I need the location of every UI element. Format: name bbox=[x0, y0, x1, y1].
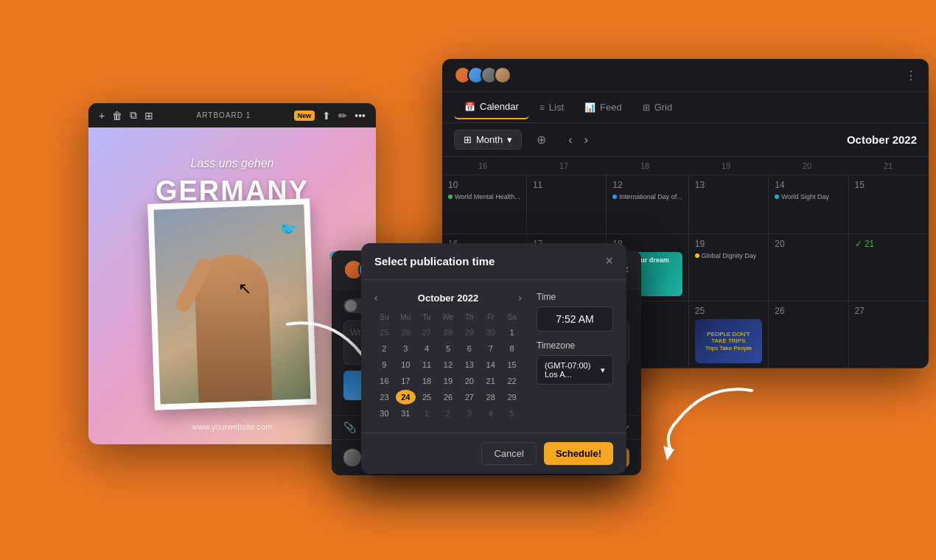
modal-title: Select publication time bbox=[374, 255, 495, 267]
artboard-text-top: Lass uns gehen bbox=[191, 157, 274, 170]
modal-day-29-prev[interactable]: 29 bbox=[459, 325, 479, 340]
calendar-day-headers: 16 17 18 19 20 21 bbox=[442, 157, 929, 175]
modal-day-8[interactable]: 8 bbox=[502, 341, 522, 356]
cal-cell-12[interactable]: 12 International Day of... bbox=[607, 175, 689, 234]
modal-day-3-next[interactable]: 3 bbox=[459, 406, 479, 421]
brush-icon[interactable]: ✏ bbox=[338, 110, 347, 122]
modal-day-2[interactable]: 2 bbox=[374, 341, 394, 356]
modal-day-29[interactable]: 29 bbox=[502, 390, 522, 405]
modal-day-28-prev[interactable]: 28 bbox=[439, 325, 458, 340]
footer-avatar bbox=[343, 449, 361, 466]
modal-day-13[interactable]: 13 bbox=[459, 357, 479, 372]
timezone-field: Timezone (GMT-07:00) Los A... ▾ bbox=[537, 340, 613, 385]
copy-icon[interactable]: ⧉ bbox=[130, 109, 137, 122]
modal-day-18[interactable]: 18 bbox=[417, 374, 437, 388]
grid-icon[interactable]: ⊞ bbox=[144, 110, 153, 122]
cal-cell-26[interactable]: 26 bbox=[769, 301, 848, 368]
modal-day-6[interactable]: 6 bbox=[459, 341, 479, 356]
calendar-nav: 📅 Calendar ≡ List 📊 Feed ⊞ Grid bbox=[442, 92, 929, 123]
modal-day-25[interactable]: 25 bbox=[417, 390, 437, 405]
modal-day-24-today[interactable]: 24 bbox=[396, 390, 416, 405]
day-header-19: 19 bbox=[685, 157, 766, 175]
modal-day-28[interactable]: 28 bbox=[481, 390, 500, 405]
modal-day-27[interactable]: 27 bbox=[459, 390, 479, 405]
modal-day-5[interactable]: 5 bbox=[439, 341, 458, 356]
modal-day-17[interactable]: 17 bbox=[396, 374, 416, 388]
cal-cell-13[interactable]: 13 bbox=[689, 175, 769, 234]
tab-list[interactable]: ≡ List bbox=[529, 96, 574, 119]
export-icon[interactable]: ⬆ bbox=[322, 110, 331, 122]
modal-day-1-next[interactable]: 1 bbox=[417, 406, 437, 421]
publication-time-modal: Select publication time × ‹ October 2022… bbox=[361, 243, 626, 474]
cal-cell-25[interactable]: 25 PEOPLE DON'T TAKE TRIPSTrips Take Peo… bbox=[689, 301, 769, 368]
modal-day-12[interactable]: 12 bbox=[439, 357, 458, 372]
cal-cell-20[interactable]: 20 bbox=[769, 234, 848, 301]
modal-day-7[interactable]: 7 bbox=[481, 341, 500, 356]
list-icon: ≡ bbox=[539, 102, 545, 113]
modal-day-26[interactable]: 26 bbox=[439, 390, 458, 405]
modal-day-27-prev[interactable]: 27 bbox=[417, 325, 437, 340]
modal-day-20[interactable]: 20 bbox=[459, 374, 479, 388]
artboard-title: ARTBOARD 1 bbox=[161, 111, 287, 119]
modal-day-14[interactable]: 14 bbox=[481, 357, 500, 372]
modal-cal-next[interactable]: › bbox=[518, 292, 522, 304]
target-icon-btn[interactable]: ⊕ bbox=[528, 129, 555, 150]
modal-cal-prev[interactable]: ‹ bbox=[374, 292, 378, 304]
modal-schedule-button[interactable]: Schedule! bbox=[544, 442, 613, 465]
modal-day-1[interactable]: 1 bbox=[502, 325, 522, 340]
modal-dh-su: Su bbox=[374, 311, 394, 323]
cal-cell-11[interactable]: 11 bbox=[527, 175, 607, 234]
modal-day-16[interactable]: 16 bbox=[374, 374, 394, 388]
cal-cell-14[interactable]: 14 World Sight Day bbox=[769, 175, 848, 234]
modal-day-15[interactable]: 15 bbox=[502, 357, 522, 372]
calendar-toolbar: ⊞ Month ▾ ⊕ ‹ › October 2022 bbox=[442, 123, 929, 157]
artboard-photo-frame: 🐦 bbox=[147, 198, 317, 410]
month-button[interactable]: ⊞ Month ▾ bbox=[454, 130, 522, 150]
modal-day-4-next[interactable]: 4 bbox=[481, 406, 500, 421]
delete-icon[interactable]: 🗑 bbox=[112, 110, 122, 122]
add-icon[interactable]: + bbox=[99, 110, 105, 122]
modal-day-21[interactable]: 21 bbox=[481, 374, 500, 388]
tab-grid[interactable]: ⊞ Grid bbox=[632, 96, 683, 119]
calendar-menu-icon[interactable]: ⋮ bbox=[905, 69, 917, 83]
day-header-21: 21 bbox=[848, 157, 929, 175]
time-value[interactable]: 7:52 AM bbox=[537, 307, 613, 332]
timezone-select[interactable]: (GMT-07:00) Los A... ▾ bbox=[537, 355, 613, 385]
modal-day-26-prev[interactable]: 26 bbox=[396, 325, 416, 340]
modal-day-31[interactable]: 31 bbox=[396, 406, 416, 421]
modal-day-23[interactable]: 23 bbox=[374, 390, 394, 405]
attach-icon[interactable]: 📎 bbox=[343, 421, 356, 433]
modal-close-button[interactable]: × bbox=[605, 253, 613, 269]
tab-calendar[interactable]: 📅 Calendar bbox=[454, 95, 529, 119]
modal-day-30[interactable]: 30 bbox=[374, 406, 394, 421]
modal-day-5-next[interactable]: 5 bbox=[502, 406, 522, 421]
modal-day-19[interactable]: 19 bbox=[439, 374, 458, 388]
avatar-4 bbox=[494, 66, 511, 84]
more-icon[interactable]: ••• bbox=[355, 110, 366, 122]
cal-cell-19[interactable]: 19 Global Dignity Day bbox=[689, 234, 769, 301]
cal-cell-10[interactable]: 10 World Mental Health... bbox=[442, 175, 527, 234]
next-arrow[interactable]: › bbox=[579, 132, 592, 148]
modal-dh-th: Th bbox=[459, 311, 479, 323]
modal-day-25-prev[interactable]: 25 bbox=[374, 325, 394, 340]
feed-icon: 📊 bbox=[584, 102, 596, 113]
modal-day-2-next[interactable]: 2 bbox=[439, 406, 458, 421]
prev-arrow[interactable]: ‹ bbox=[564, 132, 576, 148]
curved-arrow-right bbox=[649, 376, 766, 464]
cal-cell-21[interactable]: ✓ 21 bbox=[849, 234, 929, 301]
modal-day-10[interactable]: 10 bbox=[396, 357, 416, 372]
cal-cell-27[interactable]: 27 bbox=[849, 301, 929, 368]
modal-day-22[interactable]: 22 bbox=[502, 374, 522, 388]
modal-day-30-prev[interactable]: 30 bbox=[481, 325, 500, 340]
modal-day-4[interactable]: 4 bbox=[417, 341, 437, 356]
modal-dh-sa: Sa bbox=[502, 311, 522, 323]
modal-day-9[interactable]: 9 bbox=[374, 357, 394, 372]
tab-feed[interactable]: 📊 Feed bbox=[574, 96, 632, 119]
modal-cancel-button[interactable]: Cancel bbox=[481, 442, 536, 465]
calendar-avatars bbox=[454, 66, 507, 84]
modal-day-11[interactable]: 11 bbox=[417, 357, 437, 372]
chevron-down-icon: ▾ bbox=[507, 134, 512, 145]
modal-day-3[interactable]: 3 bbox=[396, 341, 416, 356]
cal-cell-15[interactable]: 15 bbox=[849, 175, 929, 234]
artboard-photo-inner: 🐦 bbox=[153, 205, 310, 405]
